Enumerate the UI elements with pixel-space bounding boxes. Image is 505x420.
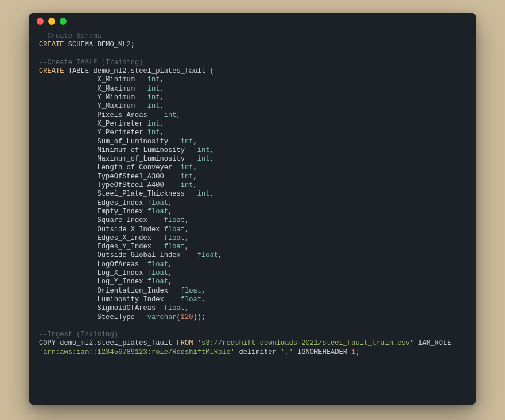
- col-out-x-idx: Outside_X_Index: [98, 225, 160, 234]
- col-lum-idx: Luminosity_Index: [98, 295, 164, 304]
- type-float: float: [164, 304, 185, 312]
- type-int: int: [147, 94, 160, 102]
- type-int: int: [147, 102, 160, 110]
- kw-ignoreheader: IGNOREHEADER: [297, 348, 347, 356]
- col-max-lum: Maximum_of_Luminosity: [98, 155, 185, 163]
- col-sigmoid: SigmoidOfAreas: [98, 304, 156, 312]
- comment-table: --Create TABLE (Training): [39, 59, 143, 67]
- type-float: float: [181, 287, 201, 295]
- col-out-global-idx: Outside_Global_Index: [98, 251, 181, 259]
- col-pixels-areas: Pixels_Areas: [98, 111, 147, 119]
- type-float: float: [147, 260, 168, 269]
- col-steel-type: SteelType: [98, 313, 135, 321]
- col-empty-idx: Empty_Index: [98, 208, 143, 216]
- col-sum-lum: Sum_of_Luminosity: [98, 138, 168, 146]
- col-len-conv: Length_of_Conveyer: [98, 164, 173, 172]
- col-square-idx: Square_Index: [98, 216, 147, 224]
- type-int: int: [197, 190, 210, 198]
- iam-arn: 'arn:aws:iam::123456789123:role/Redshift…: [39, 348, 235, 356]
- col-log-areas: LogOfAreas: [98, 260, 139, 269]
- col-steel-a400: TypeOfSteel_A400: [98, 181, 164, 189]
- col-x-min: X_Minimum: [98, 76, 135, 84]
- table-name: demo_ml2.steel_plates_fault: [93, 67, 205, 75]
- type-int: int: [164, 111, 177, 119]
- type-varchar: varchar: [147, 313, 177, 321]
- kw-delimiter: delimiter: [239, 348, 276, 356]
- kw-copy: COPY: [39, 339, 56, 347]
- col-y-perim: Y_Perimeter: [98, 129, 143, 137]
- type-float: float: [164, 243, 185, 251]
- col-orient-idx: Orientation_Index: [98, 287, 168, 295]
- col-x-perim: X_Perimeter: [98, 120, 143, 128]
- type-int: int: [147, 76, 160, 84]
- col-log-y-idx: Log_Y_Index: [98, 278, 143, 286]
- type-int: int: [181, 164, 193, 172]
- type-float: float: [147, 269, 168, 277]
- kw-iam-role: IAM_ROLE: [418, 339, 451, 347]
- col-steel-a300: TypeOfSteel_A300: [98, 173, 164, 181]
- s3-path: 's3://redshift-downloads-2021/steel_faul…: [197, 339, 414, 347]
- code-block: --Create Schema CREATE SCHEMA DEMO_ML2; …: [29, 30, 476, 367]
- zoom-icon[interactable]: [60, 18, 67, 25]
- type-int: int: [147, 120, 160, 128]
- type-float: float: [147, 278, 168, 286]
- ignoreheader-val: 1: [351, 348, 355, 356]
- copy-target: demo_ml2.steel_plates_fault: [60, 339, 172, 347]
- kw-from: FROM: [177, 339, 193, 347]
- terminal-window: --Create Schema CREATE SCHEMA DEMO_ML2; …: [29, 13, 476, 405]
- minimize-icon[interactable]: [48, 18, 55, 25]
- col-x-max: X_Maximum: [98, 85, 135, 93]
- type-int: int: [147, 129, 160, 137]
- col-thickness: Steel_Plate_Thickness: [98, 190, 185, 198]
- window-titlebar: [29, 13, 476, 30]
- varchar-len: 120: [181, 313, 193, 321]
- kw-table: TABLE: [68, 67, 89, 75]
- col-min-lum: Minimum_of_Luminosity: [98, 146, 185, 154]
- type-float: float: [147, 199, 168, 207]
- type-int: int: [181, 138, 193, 146]
- comment-schema: --Create Schema: [39, 32, 102, 40]
- type-int: int: [147, 85, 160, 93]
- type-int: int: [197, 146, 210, 154]
- kw-create2: CREATE: [39, 67, 64, 75]
- type-int: int: [181, 173, 193, 181]
- kw-schema: SCHEMA: [68, 41, 94, 49]
- type-float: float: [197, 251, 218, 259]
- type-float: float: [164, 225, 185, 234]
- col-y-min: Y_Minimum: [98, 94, 135, 102]
- type-float: float: [164, 216, 185, 224]
- col-edges-idx: Edges_Index: [98, 199, 143, 207]
- col-edges-y-idx: Edges_Y_Index: [98, 243, 152, 251]
- kw-create: CREATE: [39, 41, 64, 49]
- col-log-x-idx: Log_X_Index: [98, 269, 143, 277]
- col-y-max: Y_Maximum: [98, 102, 135, 110]
- close-icon[interactable]: [37, 18, 44, 25]
- delimiter-val: ',': [281, 348, 293, 356]
- comment-ingest: --Ingest (Training): [39, 330, 118, 339]
- type-int: int: [197, 155, 210, 163]
- type-float: float: [147, 208, 168, 216]
- type-int: int: [181, 181, 193, 189]
- schema-name: DEMO_ML2: [98, 41, 131, 49]
- type-float: float: [164, 234, 185, 242]
- type-float: float: [181, 295, 201, 304]
- col-edges-x-idx: Edges_X_Index: [98, 234, 152, 242]
